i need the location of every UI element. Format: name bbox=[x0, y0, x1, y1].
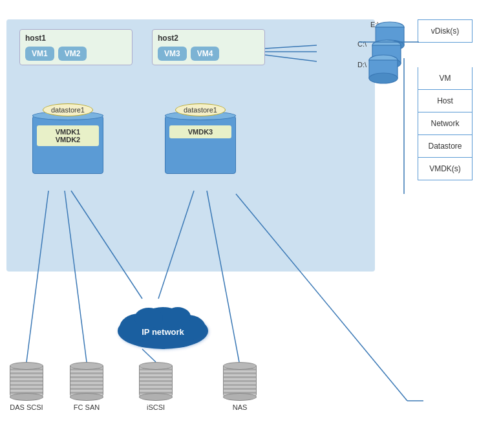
ip-network-cloud: IP network bbox=[107, 299, 220, 354]
vdisk-drives-group: E:\ C:\ D:\ bbox=[351, 18, 409, 86]
hier-network: Network bbox=[418, 112, 473, 135]
vm4-box: VM4 bbox=[191, 47, 220, 61]
host1-label: host1 bbox=[25, 34, 127, 43]
vm2-box: VM2 bbox=[58, 47, 87, 61]
das-scsi-device: DAS SCSI bbox=[10, 362, 43, 411]
nas-device: NAS bbox=[223, 362, 257, 411]
das-scsi-label: DAS SCSI bbox=[10, 403, 43, 411]
hier-vmdk: VMDK(s) bbox=[418, 158, 473, 180]
hier-vm: VM bbox=[418, 67, 473, 90]
hier-host: Host bbox=[418, 90, 473, 112]
datastore2-label: datastore1 bbox=[175, 103, 226, 116]
datastore1-label: datastore1 bbox=[43, 103, 93, 116]
main-diagram: host1 VM1 VM2 host2 VM3 VM4 datastore1 V… bbox=[0, 0, 479, 448]
fc-san-icon bbox=[70, 362, 103, 401]
datastore1-cylinder: VMDK1 VMDK2 bbox=[32, 111, 103, 174]
vm3-box: VM3 bbox=[158, 47, 187, 61]
fc-san-device: FC SAN bbox=[70, 362, 103, 411]
vmdk12-content: VMDK1 VMDK2 bbox=[37, 125, 99, 146]
host2-vm-row: VM3 VM4 bbox=[158, 47, 259, 61]
svg-text:IP network: IP network bbox=[142, 327, 184, 337]
svg-point-4 bbox=[134, 308, 163, 328]
host2-box: host2 VM3 VM4 bbox=[152, 29, 265, 65]
host1-vm-row: VM1 VM2 bbox=[25, 47, 127, 61]
vmdk3-content: VMDK3 bbox=[169, 125, 231, 138]
nas-label: NAS bbox=[233, 403, 248, 411]
svg-point-15 bbox=[369, 73, 398, 83]
iscsi-label: iSCSI bbox=[147, 403, 165, 411]
hierarchy-section: vDisk(s) VM Host Network Datastore VMDK(… bbox=[418, 19, 473, 180]
datastore2-container: datastore1 VMDK3 bbox=[165, 103, 236, 174]
iscsi-device: iSCSI bbox=[139, 362, 173, 411]
datastore2-cylinder: VMDK3 bbox=[165, 111, 236, 174]
iscsi-icon bbox=[139, 362, 173, 401]
host2-label: host2 bbox=[158, 34, 259, 43]
host1-box: host1 VM1 VM2 bbox=[19, 29, 133, 65]
fc-san-label: FC SAN bbox=[74, 403, 100, 411]
hier-vdisk: vDisk(s) bbox=[418, 19, 473, 43]
disk-cylinders-svg bbox=[351, 18, 409, 86]
hier-datastore: Datastore bbox=[418, 135, 473, 158]
vm1-box: VM1 bbox=[25, 47, 54, 61]
nas-icon bbox=[223, 362, 257, 401]
svg-point-5 bbox=[165, 307, 191, 326]
datastore1-container: datastore1 VMDK1 VMDK2 bbox=[32, 103, 103, 174]
das-scsi-icon bbox=[10, 362, 43, 401]
